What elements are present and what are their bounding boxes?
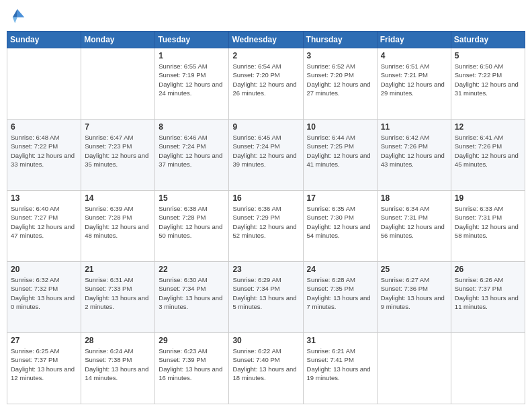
day-info: Sunrise: 6:27 AM Sunset: 7:36 PM Dayligh… (381, 275, 447, 311)
header (7, 7, 525, 26)
calendar-cell: 13Sunrise: 6:40 AM Sunset: 7:27 PM Dayli… (7, 191, 81, 262)
weekday-header-monday: Monday (81, 32, 155, 48)
calendar-cell: 3Sunrise: 6:52 AM Sunset: 7:20 PM Daylig… (303, 48, 377, 120)
day-number: 14 (85, 193, 151, 203)
day-number: 11 (381, 122, 447, 132)
calendar-cell: 27Sunrise: 6:25 AM Sunset: 7:37 PM Dayli… (7, 333, 81, 404)
calendar-cell: 25Sunrise: 6:27 AM Sunset: 7:36 PM Dayli… (377, 262, 451, 333)
calendar-cell (7, 48, 81, 120)
calendar-cell: 17Sunrise: 6:35 AM Sunset: 7:30 PM Dayli… (303, 191, 377, 262)
day-info: Sunrise: 6:40 AM Sunset: 7:27 PM Dayligh… (11, 204, 77, 240)
calendar-cell: 22Sunrise: 6:30 AM Sunset: 7:34 PM Dayli… (155, 262, 229, 333)
calendar-cell: 9Sunrise: 6:45 AM Sunset: 7:24 PM Daylig… (229, 120, 303, 191)
svg-marker-0 (17, 9, 25, 17)
day-info: Sunrise: 6:29 AM Sunset: 7:34 PM Dayligh… (232, 275, 299, 311)
day-number: 21 (85, 265, 151, 274)
day-info: Sunrise: 6:42 AM Sunset: 7:26 PM Dayligh… (381, 133, 447, 169)
day-info: Sunrise: 6:32 AM Sunset: 7:32 PM Dayligh… (11, 275, 77, 311)
day-info: Sunrise: 6:33 AM Sunset: 7:31 PM Dayligh… (455, 204, 521, 240)
day-info: Sunrise: 6:28 AM Sunset: 7:35 PM Dayligh… (307, 275, 373, 311)
day-number: 9 (232, 122, 299, 132)
day-number: 10 (307, 122, 373, 132)
day-number: 29 (159, 336, 225, 345)
weekday-header-wednesday: Wednesday (229, 32, 303, 48)
day-number: 8 (159, 122, 225, 132)
day-info: Sunrise: 6:36 AM Sunset: 7:29 PM Dayligh… (232, 204, 299, 240)
week-row-4: 27Sunrise: 6:25 AM Sunset: 7:37 PM Dayli… (7, 333, 525, 404)
calendar-cell: 24Sunrise: 6:28 AM Sunset: 7:35 PM Dayli… (303, 262, 377, 333)
calendar-cell: 15Sunrise: 6:38 AM Sunset: 7:28 PM Dayli… (155, 191, 229, 262)
calendar-cell: 28Sunrise: 6:24 AM Sunset: 7:38 PM Dayli… (81, 333, 155, 404)
calendar-cell (81, 48, 155, 120)
week-row-0: 1Sunrise: 6:55 AM Sunset: 7:19 PM Daylig… (7, 48, 525, 120)
logo-icon (7, 7, 26, 26)
day-number: 7 (85, 122, 151, 132)
calendar-cell: 31Sunrise: 6:21 AM Sunset: 7:41 PM Dayli… (303, 333, 377, 404)
calendar-cell: 11Sunrise: 6:42 AM Sunset: 7:26 PM Dayli… (377, 120, 451, 191)
day-number: 12 (455, 122, 521, 132)
day-number: 31 (307, 336, 373, 345)
calendar-cell: 26Sunrise: 6:26 AM Sunset: 7:37 PM Dayli… (451, 262, 525, 333)
svg-marker-2 (13, 17, 17, 24)
day-info: Sunrise: 6:44 AM Sunset: 7:25 PM Dayligh… (307, 133, 373, 169)
day-number: 22 (159, 265, 225, 274)
day-info: Sunrise: 6:24 AM Sunset: 7:38 PM Dayligh… (85, 347, 151, 382)
calendar-cell: 12Sunrise: 6:41 AM Sunset: 7:26 PM Dayli… (451, 120, 525, 191)
weekday-header-thursday: Thursday (303, 32, 377, 48)
day-number: 2 (232, 51, 299, 60)
weekday-header-sunday: Sunday (7, 32, 81, 48)
calendar-cell: 21Sunrise: 6:31 AM Sunset: 7:33 PM Dayli… (81, 262, 155, 333)
day-number: 18 (381, 193, 447, 203)
calendar-cell: 10Sunrise: 6:44 AM Sunset: 7:25 PM Dayli… (303, 120, 377, 191)
day-info: Sunrise: 6:25 AM Sunset: 7:37 PM Dayligh… (11, 347, 77, 382)
day-number: 16 (232, 193, 299, 203)
logo (7, 7, 28, 26)
day-info: Sunrise: 6:55 AM Sunset: 7:19 PM Dayligh… (159, 62, 225, 97)
day-info: Sunrise: 6:39 AM Sunset: 7:28 PM Dayligh… (85, 204, 151, 240)
day-info: Sunrise: 6:23 AM Sunset: 7:39 PM Dayligh… (159, 347, 225, 382)
day-number: 19 (455, 193, 521, 203)
week-row-2: 13Sunrise: 6:40 AM Sunset: 7:27 PM Dayli… (7, 191, 525, 262)
day-number: 5 (455, 51, 521, 60)
day-number: 24 (307, 265, 373, 274)
day-info: Sunrise: 6:21 AM Sunset: 7:41 PM Dayligh… (307, 347, 373, 382)
calendar-cell: 1Sunrise: 6:55 AM Sunset: 7:19 PM Daylig… (155, 48, 229, 120)
calendar-cell: 29Sunrise: 6:23 AM Sunset: 7:39 PM Dayli… (155, 333, 229, 404)
day-info: Sunrise: 6:48 AM Sunset: 7:22 PM Dayligh… (11, 133, 77, 169)
calendar-cell: 20Sunrise: 6:32 AM Sunset: 7:32 PM Dayli… (7, 262, 81, 333)
calendar-cell: 5Sunrise: 6:50 AM Sunset: 7:22 PM Daylig… (451, 48, 525, 120)
day-info: Sunrise: 6:47 AM Sunset: 7:23 PM Dayligh… (85, 133, 151, 169)
day-number: 23 (232, 265, 299, 274)
day-info: Sunrise: 6:41 AM Sunset: 7:26 PM Dayligh… (455, 133, 521, 169)
calendar-cell: 8Sunrise: 6:46 AM Sunset: 7:24 PM Daylig… (155, 120, 229, 191)
calendar-cell: 4Sunrise: 6:51 AM Sunset: 7:21 PM Daylig… (377, 48, 451, 120)
day-number: 25 (381, 265, 447, 274)
calendar-cell: 2Sunrise: 6:54 AM Sunset: 7:20 PM Daylig… (229, 48, 303, 120)
day-info: Sunrise: 6:50 AM Sunset: 7:22 PM Dayligh… (455, 62, 521, 97)
day-info: Sunrise: 6:51 AM Sunset: 7:21 PM Dayligh… (381, 62, 447, 97)
week-row-1: 6Sunrise: 6:48 AM Sunset: 7:22 PM Daylig… (7, 120, 525, 191)
day-number: 27 (11, 336, 77, 345)
day-info: Sunrise: 6:52 AM Sunset: 7:20 PM Dayligh… (307, 62, 373, 97)
day-number: 3 (307, 51, 373, 60)
page: SundayMondayTuesdayWednesdayThursdayFrid… (0, 0, 532, 411)
day-info: Sunrise: 6:22 AM Sunset: 7:40 PM Dayligh… (232, 347, 299, 382)
day-number: 26 (455, 265, 521, 274)
weekday-header-saturday: Saturday (451, 32, 525, 48)
day-number: 4 (381, 51, 447, 60)
calendar-cell: 7Sunrise: 6:47 AM Sunset: 7:23 PM Daylig… (81, 120, 155, 191)
weekday-header-row: SundayMondayTuesdayWednesdayThursdayFrid… (7, 32, 525, 48)
weekday-header-friday: Friday (377, 32, 451, 48)
week-row-3: 20Sunrise: 6:32 AM Sunset: 7:32 PM Dayli… (7, 262, 525, 333)
calendar-cell: 23Sunrise: 6:29 AM Sunset: 7:34 PM Dayli… (229, 262, 303, 333)
svg-marker-1 (13, 9, 17, 17)
calendar-cell (451, 333, 525, 404)
day-number: 30 (232, 336, 299, 345)
day-number: 6 (11, 122, 77, 132)
day-number: 15 (159, 193, 225, 203)
weekday-header-tuesday: Tuesday (155, 32, 229, 48)
day-info: Sunrise: 6:31 AM Sunset: 7:33 PM Dayligh… (85, 275, 151, 311)
day-info: Sunrise: 6:45 AM Sunset: 7:24 PM Dayligh… (232, 133, 299, 169)
day-info: Sunrise: 6:38 AM Sunset: 7:28 PM Dayligh… (159, 204, 225, 240)
day-number: 28 (85, 336, 151, 345)
